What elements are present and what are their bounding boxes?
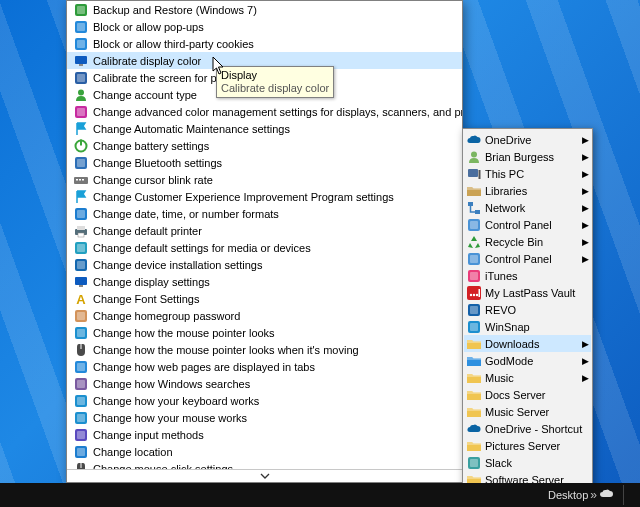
svg-rect-41 bbox=[77, 380, 85, 388]
all-tasks-item-label: Change Customer Experience Improvement P… bbox=[93, 191, 394, 203]
desktop-menu-item-label: OneDrive - Shortcut bbox=[485, 423, 582, 435]
all-tasks-item[interactable]: Change advanced color management setting… bbox=[67, 103, 462, 120]
desktop-menu-item-label: Music bbox=[485, 372, 514, 384]
desktop-menu-item[interactable]: Downloads▶ bbox=[464, 335, 591, 352]
desktop-menu-item[interactable]: iTunes bbox=[464, 267, 591, 284]
all-tasks-item[interactable]: Change how your keyboard works bbox=[67, 392, 462, 409]
all-tasks-item[interactable]: Change cursor blink rate bbox=[67, 171, 462, 188]
all-tasks-item[interactable]: Block or allow third-party cookies bbox=[67, 35, 462, 52]
desktop-menu-item[interactable]: OneDrive - Shortcut bbox=[464, 420, 591, 437]
folder-icon bbox=[466, 370, 482, 386]
all-tasks-item[interactable]: Change how the mouse pointer looks bbox=[67, 324, 462, 341]
all-tasks-item[interactable]: Change how your mouse works bbox=[67, 409, 462, 426]
printer-icon bbox=[73, 223, 89, 239]
all-tasks-item[interactable]: Block or allow pop-ups bbox=[67, 18, 462, 35]
all-tasks-item[interactable]: Change homegroup password bbox=[67, 307, 462, 324]
flag-icon bbox=[73, 121, 89, 137]
taskbar: Desktop » bbox=[0, 483, 640, 507]
all-tasks-item[interactable]: Change display settings bbox=[67, 273, 462, 290]
desktop-menu-item[interactable]: Pictures Server bbox=[464, 437, 591, 454]
taskbar-desktop-label[interactable]: Desktop bbox=[548, 489, 588, 501]
onedrive-icon bbox=[466, 132, 482, 148]
all-tasks-item[interactable]: Change location bbox=[67, 443, 462, 460]
control-icon bbox=[466, 217, 482, 233]
svg-point-57 bbox=[471, 151, 477, 157]
all-tasks-item[interactable]: Change Customer Experience Improvement P… bbox=[67, 188, 462, 205]
user-icon bbox=[466, 149, 482, 165]
all-tasks-item[interactable]: Change date, time, or number formats bbox=[67, 205, 462, 222]
all-tasks-item[interactable]: Change device installation settings bbox=[67, 256, 462, 273]
all-tasks-item[interactable]: Change Automatic Maintenance settings bbox=[67, 120, 462, 137]
svg-rect-3 bbox=[77, 23, 85, 31]
folder-icon bbox=[466, 336, 482, 352]
svg-rect-49 bbox=[77, 448, 85, 456]
svg-rect-74 bbox=[470, 306, 478, 314]
all-tasks-item[interactable]: Change how the mouse pointer looks when … bbox=[67, 341, 462, 358]
svg-rect-22 bbox=[77, 210, 85, 218]
folder-icon bbox=[466, 387, 482, 403]
flag-icon bbox=[73, 189, 89, 205]
libraries-icon bbox=[466, 183, 482, 199]
inet-icon bbox=[73, 36, 89, 52]
all-tasks-item[interactable]: Change battery settings bbox=[67, 137, 462, 154]
desktop-menu-item[interactable]: Music Server bbox=[464, 403, 591, 420]
slack-icon bbox=[466, 455, 482, 471]
desktop-menu-item[interactable]: Recycle Bin▶ bbox=[464, 233, 591, 250]
all-tasks-item-label: Change cursor blink rate bbox=[93, 174, 213, 186]
desktop-menu-item[interactable]: REVO bbox=[464, 301, 591, 318]
all-tasks-item-label: Change location bbox=[93, 446, 173, 458]
desktop-menu-item[interactable]: Libraries▶ bbox=[464, 182, 591, 199]
all-tasks-item[interactable]: AChange Font Settings bbox=[67, 290, 462, 307]
folder-icon bbox=[466, 404, 482, 420]
display-icon bbox=[73, 53, 89, 69]
ease-icon bbox=[73, 325, 89, 341]
desktop-menu-item[interactable]: My LastPass Vault bbox=[464, 284, 591, 301]
tablet-icon bbox=[73, 70, 89, 86]
all-tasks-item-label: Change Bluetooth settings bbox=[93, 157, 222, 169]
all-tasks-item[interactable]: Change how web pages are displayed in ta… bbox=[67, 358, 462, 375]
submenu-arrow-icon: ▶ bbox=[582, 237, 589, 247]
network-icon bbox=[466, 200, 482, 216]
svg-rect-36 bbox=[77, 329, 85, 337]
svg-rect-29 bbox=[77, 261, 85, 269]
desktop-toolbar-menu: OneDrive▶Brian Burgess▶This PC▶Libraries… bbox=[462, 128, 593, 507]
all-tasks-item[interactable]: Backup and Restore (Windows 7) bbox=[67, 1, 462, 18]
show-desktop-button[interactable] bbox=[623, 485, 634, 505]
desktop-menu-item[interactable]: Music▶ bbox=[464, 369, 591, 386]
submenu-arrow-icon: ▶ bbox=[582, 254, 589, 264]
desktop-menu-item-label: Control Panel bbox=[485, 219, 552, 231]
desktop-menu-item[interactable]: Slack bbox=[464, 454, 591, 471]
all-tasks-item[interactable]: Change default printer bbox=[67, 222, 462, 239]
svg-rect-31 bbox=[79, 285, 83, 287]
desktop-menu-item-label: REVO bbox=[485, 304, 516, 316]
desktop-menu-item[interactable]: Docs Server bbox=[464, 386, 591, 403]
svg-rect-67 bbox=[470, 272, 478, 280]
all-tasks-item[interactable]: Change default settings for media or dev… bbox=[67, 239, 462, 256]
desktop-menu-item[interactable]: OneDrive▶ bbox=[464, 131, 591, 148]
all-tasks-item-label: Change Automatic Maintenance settings bbox=[93, 123, 290, 135]
taskbar-chevrons-icon[interactable]: » bbox=[590, 488, 593, 502]
lang-icon bbox=[73, 427, 89, 443]
all-tasks-item[interactable]: Change how Windows searches bbox=[67, 375, 462, 392]
lastpass-icon bbox=[466, 285, 482, 301]
all-tasks-item[interactable]: Change Bluetooth settings bbox=[67, 154, 462, 171]
desktop-menu-item[interactable]: Network▶ bbox=[464, 199, 591, 216]
desktop-menu-item[interactable]: WinSnap bbox=[464, 318, 591, 335]
svg-rect-20 bbox=[82, 179, 84, 181]
svg-rect-61 bbox=[475, 210, 480, 214]
desktop-menu-item[interactable]: Brian Burgess▶ bbox=[464, 148, 591, 165]
desktop-menu-item[interactable]: Control Panel▶ bbox=[464, 250, 591, 267]
all-tasks-item-label: Change default settings for media or dev… bbox=[93, 242, 311, 254]
all-tasks-item-label: Change how the mouse pointer looks bbox=[93, 327, 275, 339]
desktop-menu-item[interactable]: GodMode▶ bbox=[464, 352, 591, 369]
submenu-arrow-icon: ▶ bbox=[582, 339, 589, 349]
submenu-arrow-icon: ▶ bbox=[582, 152, 589, 162]
all-tasks-item[interactable]: Change input methods bbox=[67, 426, 462, 443]
desktop-menu-item[interactable]: This PC▶ bbox=[464, 165, 591, 182]
mouse-icon bbox=[73, 342, 89, 358]
all-tasks-item-label: Change how your mouse works bbox=[93, 412, 247, 424]
tray-onedrive-icon[interactable] bbox=[599, 488, 615, 502]
desktop-menu-item[interactable]: Control Panel▶ bbox=[464, 216, 591, 233]
svg-rect-12 bbox=[77, 108, 85, 116]
panel-expand-button[interactable] bbox=[67, 469, 462, 482]
